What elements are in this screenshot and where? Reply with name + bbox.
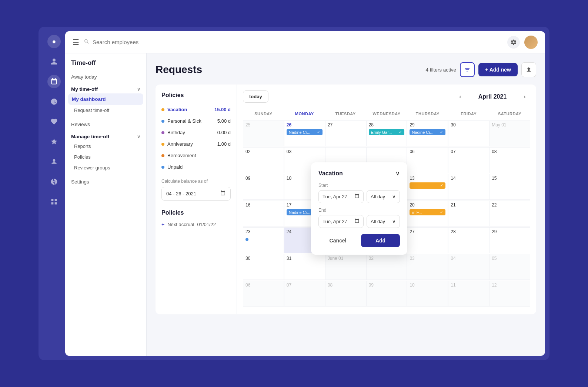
sidebar-item-reviews[interactable]: Reviews	[65, 119, 146, 130]
day-sun: SUNDAY	[243, 109, 284, 119]
icon-circle[interactable]: ●	[47, 35, 61, 48]
cell-09[interactable]: 09	[243, 174, 284, 200]
cancel-button[interactable]: Cancel	[318, 234, 357, 247]
settings-icon[interactable]	[507, 36, 520, 49]
cell-15[interactable]: 15	[489, 174, 530, 200]
date-27-w5: 27	[410, 229, 445, 234]
cell-22[interactable]: 22	[489, 201, 530, 226]
cell-29-w5[interactable]: 29	[489, 227, 530, 253]
cell-jun9[interactable]: 09	[366, 281, 407, 307]
my-time-off-label: My time-off	[71, 86, 98, 92]
calculate-label: Calculate balance as of	[161, 179, 231, 184]
cell-27[interactable]: 27	[325, 120, 366, 146]
search-container	[84, 39, 503, 46]
next-accrual-value: 01/01/22	[197, 222, 216, 227]
cell-25-prev[interactable]: 25	[243, 120, 284, 146]
prev-month-button[interactable]: ‹	[455, 91, 466, 102]
cell-jun11[interactable]: 11	[448, 281, 489, 307]
icon-clock[interactable]	[47, 95, 61, 108]
today-button[interactable]: today	[243, 90, 268, 103]
policies-bottom-title: Policies	[161, 209, 231, 216]
user-avatar[interactable]	[524, 36, 538, 49]
cell-jun5[interactable]: 05	[489, 254, 530, 280]
cell-29[interactable]: 29Nadine Cr... ✓	[407, 120, 448, 146]
add-button[interactable]: Add	[361, 234, 400, 247]
date-26: 26	[287, 122, 323, 128]
cell-20[interactable]: 20m F... ✓	[407, 201, 448, 226]
cell-06-w2[interactable]: 06	[407, 147, 448, 173]
cell-02[interactable]: 02	[243, 147, 284, 173]
cell-13[interactable]: 13✓	[407, 174, 448, 200]
sidebar-item-away-today[interactable]: Away today	[65, 71, 146, 83]
icon-heart[interactable]	[47, 115, 61, 128]
policy-unpaid-name: Unpaid	[161, 164, 183, 170]
sidebar-item-request-time-off[interactable]: Request time-off	[65, 105, 146, 116]
cell-08-w2[interactable]: 08	[489, 147, 530, 173]
cell-may1[interactable]: May 01	[489, 120, 530, 146]
sidebar-section-my-time-off[interactable]: My time-off ∨	[65, 83, 146, 93]
sidebar-item-policies[interactable]: Policies	[65, 152, 146, 162]
cell-jun10[interactable]: 10	[407, 281, 448, 307]
svg-point-0	[53, 159, 56, 162]
page-header: Requests 4 filters active + Add new	[156, 62, 536, 77]
day-mon: MONDAY	[284, 109, 325, 119]
popup-end-time[interactable]: All day ∨	[367, 215, 400, 228]
cell-27-w5[interactable]: 27	[407, 227, 448, 253]
cell-jun2[interactable]: 02	[366, 254, 407, 280]
sidebar-section-manage-time-off[interactable]: Manage time-off ∨	[65, 130, 146, 141]
cell-jun1[interactable]: June 01	[325, 254, 366, 280]
sidebar-item-settings[interactable]: Settings	[65, 176, 146, 188]
cell-jun3[interactable]: 03	[407, 254, 448, 280]
cell-14[interactable]: 14	[448, 174, 489, 200]
topbar-right	[507, 36, 538, 49]
cell-jun4[interactable]: 04	[448, 254, 489, 280]
sidebar-item-reports[interactable]: Reports	[65, 141, 146, 152]
icon-dollar[interactable]	[47, 175, 61, 188]
end-time-value: All day	[371, 219, 385, 224]
cell-jun7[interactable]: 07	[284, 281, 325, 307]
search-input[interactable]	[93, 39, 204, 45]
sidebar-item-my-dashboard[interactable]: My dashboard	[68, 93, 143, 105]
cell-07-w2[interactable]: 07	[448, 147, 489, 173]
cell-26[interactable]: 26Nadine Cr... ✓	[284, 120, 325, 146]
cell-30-w6[interactable]: 30	[243, 254, 284, 280]
date-21: 21	[451, 202, 487, 208]
popup-chevron[interactable]: ∨	[395, 170, 400, 177]
add-new-button[interactable]: + Add new	[478, 63, 518, 76]
cell-28-w5[interactable]: 28	[448, 227, 489, 253]
end-date-value: Tue, Apr 27	[323, 219, 347, 224]
popup-start-field: Start Tue, Apr 27 All	[318, 183, 400, 203]
icon-calendar[interactable]	[47, 75, 61, 88]
icon-grid[interactable]	[47, 195, 61, 208]
policy-personal-sick: Personal & Sick 5.00 d	[161, 115, 231, 127]
date-jun8: 08	[328, 282, 364, 288]
icon-person2[interactable]	[47, 155, 61, 168]
popup-type-row: Vacation ∨	[318, 170, 400, 177]
day-tue: TUESDAY	[325, 109, 366, 119]
days-header: SUNDAY MONDAY TUESDAY WEDNESDAY THURSDAY…	[243, 109, 530, 119]
icon-star[interactable]	[47, 135, 61, 148]
cell-jun8[interactable]: 08	[325, 281, 366, 307]
next-month-button[interactable]: ›	[519, 91, 530, 102]
cell-21[interactable]: 21	[448, 201, 489, 226]
date-input[interactable]: 04 - 26 - 2021	[161, 187, 231, 201]
popup-end-label: End	[318, 208, 400, 213]
cell-16[interactable]: 16	[243, 201, 284, 226]
icon-people[interactable]	[47, 55, 61, 68]
filter-button[interactable]	[460, 62, 475, 77]
menu-icon[interactable]: ☰	[73, 38, 79, 47]
cell-23[interactable]: 23	[243, 227, 284, 253]
bereavement-label: Bereavement	[167, 153, 196, 158]
upload-button[interactable]	[521, 62, 536, 77]
popup-end-date[interactable]: Tue, Apr 27	[318, 215, 364, 228]
cell-jun6[interactable]: 06	[243, 281, 284, 307]
cell-28[interactable]: 28Emily Gar... ✓	[366, 120, 407, 146]
sidebar-item-reviewer-groups[interactable]: Reviewer groups	[65, 162, 146, 173]
cell-30[interactable]: 30	[448, 120, 489, 146]
cell-jun12[interactable]: 12	[489, 281, 530, 307]
cell-31[interactable]: 31	[284, 254, 325, 280]
date-jun7: 07	[287, 282, 323, 288]
popup-start-date[interactable]: Tue, Apr 27	[318, 190, 364, 203]
popup-start-time[interactable]: All day ∨	[367, 190, 400, 203]
date-07-w2: 07	[451, 149, 487, 154]
